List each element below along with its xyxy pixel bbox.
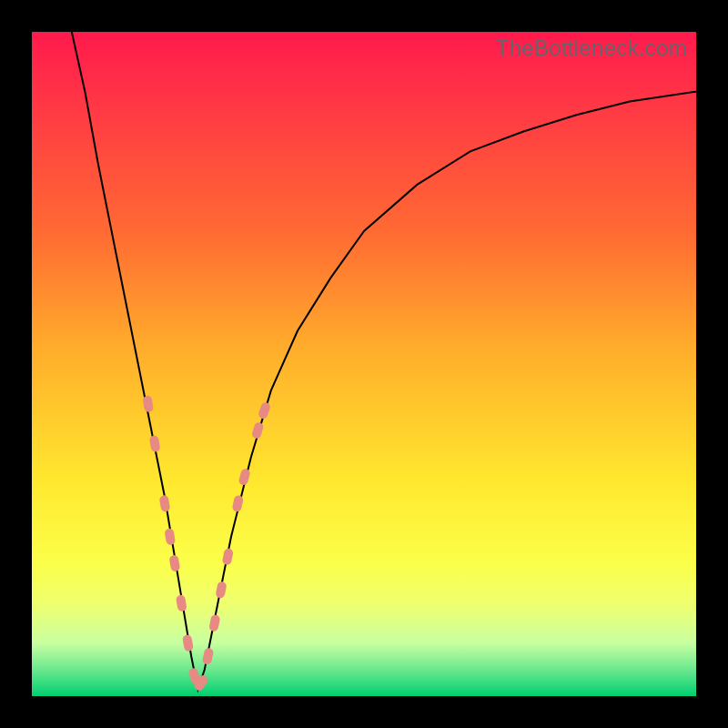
curve-marker [159, 495, 171, 512]
chart-svg [32, 32, 696, 696]
curve-marker [232, 494, 244, 512]
curve-marker [164, 528, 176, 545]
plot-area: TheBottleneck.com [32, 32, 696, 696]
curve-marker [202, 647, 215, 665]
marker-group [142, 395, 271, 693]
curve-marker [176, 594, 187, 612]
curve-marker [238, 468, 250, 486]
curve-marker [222, 548, 234, 566]
curve-marker [168, 554, 180, 571]
curve-marker [142, 395, 154, 412]
curve-marker [182, 634, 194, 652]
outer-frame: TheBottleneck.com [0, 0, 728, 728]
curve-marker [251, 421, 265, 440]
curve-marker [208, 614, 220, 632]
bottleneck-curve [72, 32, 696, 690]
curve-marker [258, 401, 271, 420]
curve-marker [215, 581, 227, 599]
curve-marker [149, 435, 161, 452]
